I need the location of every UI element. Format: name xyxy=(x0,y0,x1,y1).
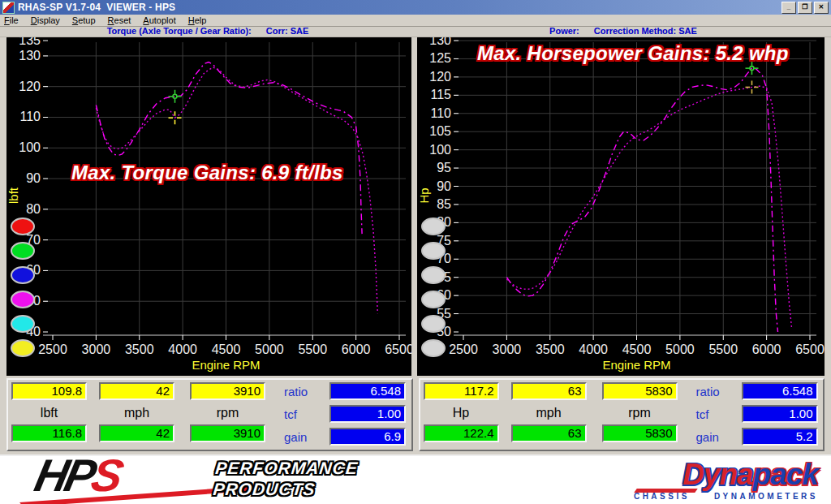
y-tick-label: 130 xyxy=(19,49,41,62)
ratio-label: ratio xyxy=(696,385,720,398)
logo-strip: HPS PERFORMANCE PRODUCTS Dynapack CHASSI… xyxy=(0,454,831,504)
power-readout-panel: 117.2 63 5830 Hp mph rpm 122.4 63 5830 r… xyxy=(419,378,825,451)
torque-readout-panel: 109.8 42 3910 lbft mph rpm 116.8 42 3910… xyxy=(6,378,413,451)
trace-button-4[interactable] xyxy=(11,291,35,308)
y-tick-label: 105 xyxy=(429,124,451,138)
menu-item-autoplot[interactable]: Autoplot xyxy=(143,15,175,25)
app-window: RHAS-SP V1.7-04 VIEWER - HPS _ ❐ ✕ FileD… xyxy=(0,0,831,504)
trace-button-2[interactable] xyxy=(421,242,446,260)
torque-chart-panel: 2500300035004000450050005500600065004050… xyxy=(6,37,411,376)
trace-button-6[interactable] xyxy=(421,339,446,357)
x-tick-label: 4500 xyxy=(622,342,652,356)
torque-header: Torque (Axle Torque / Gear Ratio): Corr:… xyxy=(0,27,416,37)
power-new-value-field: 122.4 xyxy=(424,424,499,442)
menu-item-file[interactable]: File xyxy=(4,15,19,25)
trace-button-6[interactable] xyxy=(11,339,35,357)
titlebar[interactable]: RHAS-SP V1.7-04 VIEWER - HPS _ ❐ ✕ xyxy=(0,0,831,15)
trace-button-3[interactable] xyxy=(11,266,35,284)
x-tick-label: 3000 xyxy=(493,342,522,356)
dynapack-pack-text: pack xyxy=(753,458,818,491)
gain-label: gain xyxy=(696,430,719,444)
tcf-label: tcf xyxy=(696,407,709,421)
x-tick-label: 5000 xyxy=(665,342,695,356)
power-new-rpm-field: 5830 xyxy=(602,424,678,442)
y-axis-title: lbft xyxy=(6,187,20,204)
power-unit-label: Hp xyxy=(424,406,499,420)
window-controls: _ ❐ ✕ xyxy=(781,2,829,14)
torque-plot[interactable]: 2500300035004000450050005500600065004050… xyxy=(6,37,411,376)
cursor-marker xyxy=(169,90,182,103)
torque-baseline-speed-field: 42 xyxy=(99,382,174,400)
power-chart-panel: 2500300035004000450050005500600065005055… xyxy=(417,37,825,376)
power-gain-field: 5.2 xyxy=(742,428,818,446)
torque-new-rpm-field: 3910 xyxy=(190,424,265,442)
y-tick-label: 120 xyxy=(429,70,451,84)
ratio-label: ratio xyxy=(284,385,308,398)
menu-item-display[interactable]: Display xyxy=(31,15,60,25)
x-tick-label: 3500 xyxy=(536,342,565,356)
speed-unit-label: mph xyxy=(99,406,174,420)
y-tick-label: 100 xyxy=(429,143,451,157)
menu-item-help[interactable]: Help xyxy=(188,15,207,25)
power-ratio-field: 6.548 xyxy=(742,382,818,400)
y-tick-label: 115 xyxy=(430,88,451,101)
torque-new-speed-field: 42 xyxy=(99,424,174,442)
y-tick-label: 90 xyxy=(437,179,451,193)
x-axis-title: Engine RPM xyxy=(192,358,260,372)
gridlines xyxy=(44,42,406,335)
x-tick-label: 5500 xyxy=(298,342,327,356)
trace-button-4[interactable] xyxy=(421,291,446,308)
torque-gain-field: 6.9 xyxy=(329,428,406,446)
power-header-label: Power: xyxy=(549,27,579,37)
trace-button-3[interactable] xyxy=(421,266,446,284)
curve-run-baseline xyxy=(96,67,377,313)
y-tick-label: 110 xyxy=(430,106,451,120)
window-title: RHAS-SP V1.7-04 VIEWER - HPS xyxy=(18,2,175,13)
y-tick-label: 125 xyxy=(429,51,451,65)
dynapack-swoosh xyxy=(634,489,698,493)
y-tick-label: 90 xyxy=(26,171,41,185)
x-tick-label: 3000 xyxy=(82,342,111,356)
dynapack-caption-chassis: CHASSIS xyxy=(634,492,690,501)
curve-run-new xyxy=(506,68,777,332)
minimize-button[interactable]: _ xyxy=(781,2,796,14)
menu-item-reset[interactable]: Reset xyxy=(108,15,131,25)
power-baseline-speed-field: 63 xyxy=(511,382,587,400)
speed-unit-label: mph xyxy=(511,406,587,420)
trace-button-2[interactable] xyxy=(11,242,35,260)
y-tick-label: 120 xyxy=(19,80,41,93)
curve-run-baseline xyxy=(506,86,791,328)
gain-label: gain xyxy=(284,430,307,444)
x-tick-label: 6000 xyxy=(752,342,781,356)
dynapack-caption-dynamometers: DYNAMOMETERS xyxy=(714,492,818,501)
restore-button[interactable]: ❐ xyxy=(798,2,812,14)
torque-ratio-field: 6.548 xyxy=(329,382,406,400)
app-icon xyxy=(2,2,15,14)
x-tick-label: 5000 xyxy=(255,342,284,356)
charts-row: 2500300035004000450050005500600065004050… xyxy=(0,37,831,376)
torque-baseline-rpm-field: 3910 xyxy=(190,382,265,400)
power-gains-annotation: Max. Horsepower Gains: 5.2 whp xyxy=(477,42,789,65)
trace-button-1[interactable] xyxy=(421,218,446,235)
power-new-speed-field: 63 xyxy=(511,424,587,442)
close-button[interactable]: ✕ xyxy=(814,2,829,14)
torque-new-value-field: 116.8 xyxy=(11,424,87,442)
x-tick-label: 5500 xyxy=(708,342,738,356)
hps-caption-line1: PERFORMANCE xyxy=(214,458,359,479)
y-tick-label: 110 xyxy=(19,110,41,123)
x-tick-label: 4500 xyxy=(212,342,241,356)
torque-baseline-value-field: 109.8 xyxy=(11,382,87,400)
power-plot[interactable]: 2500300035004000450050005500600065005055… xyxy=(417,37,825,376)
power-baseline-value-field: 117.2 xyxy=(424,382,499,400)
trace-button-5[interactable] xyxy=(11,315,35,333)
trace-button-5[interactable] xyxy=(421,315,446,333)
axes: 2500300035004000450050005500600065004050… xyxy=(19,37,411,356)
trace-button-1[interactable] xyxy=(11,218,35,235)
y-tick-label: 80 xyxy=(26,202,41,216)
gridlines xyxy=(454,41,816,335)
menu-item-setup[interactable]: Setup xyxy=(72,15,96,25)
hps-logo: HPS PERFORMANCE PRODUCTS xyxy=(21,456,386,504)
rpm-unit-label: rpm xyxy=(190,406,265,420)
x-tick-label: 2500 xyxy=(449,342,478,356)
torque-header-label: Torque (Axle Torque / Gear Ratio): xyxy=(107,27,252,37)
